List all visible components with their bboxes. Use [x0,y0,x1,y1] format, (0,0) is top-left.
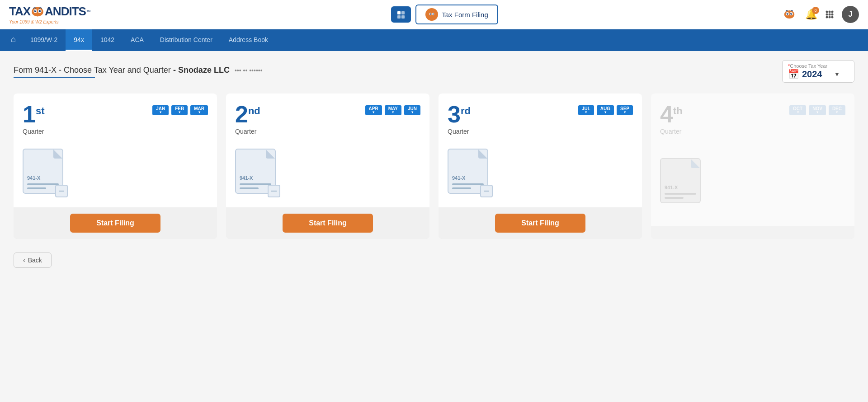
q3-form-lines [452,183,484,189]
q3-footer: Start Filing [439,207,642,239]
q3-form-label: 941-X [452,175,484,181]
svg-point-30 [829,14,831,16]
q4-form-lines [665,193,696,199]
q2-card-body: 941-X [235,140,276,198]
nav-item-1099-w2[interactable]: 1099/W-2 [22,29,66,51]
owl-icon-button[interactable] [781,6,798,23]
company-name: - Snodaze LLC [173,65,230,75]
notification-button[interactable]: 🔔 0 [805,9,817,20]
svg-point-6 [40,10,41,11]
q1-label: Quarter [23,128,44,135]
trademark: ™ [86,9,91,14]
quarter-header-q3: 3rd Quarter JUL AUG SEP [448,103,633,135]
nav-item-1042[interactable]: 1042 [92,29,123,51]
q3-month-jul: JUL [578,105,594,115]
switch-product-button[interactable] [391,6,411,23]
tax-year-number: 2024 [802,69,822,79]
svg-point-29 [826,14,828,16]
q2-line1 [240,183,271,185]
quarter-number-q1: 1st Quarter [23,103,44,135]
page-title-section: Form 941-X - Choose Tax Year and Quarter… [14,65,263,78]
quarter-header-q4: 4th Quarter OCT NOV DEC [660,103,845,135]
q2-footer: Start Filing [226,207,429,239]
q3-form-icon: 941-X [448,149,488,194]
tax-form-owl-icon [425,8,438,21]
quarter-header-q2: 2nd Quarter APR MAY JUN [235,103,420,135]
q1-line2 [27,187,46,189]
q3-month-aug: AUG [597,105,614,115]
q4-months: OCT NOV DEC [789,105,845,115]
quarter-number-q2: 2nd Quarter [235,103,260,135]
q3-label: Quarter [448,128,471,135]
quarter-card-q1: 1st Quarter JAN FEB MAR 941-X [14,93,217,239]
logo-tagline: Your 1099 & W2 Experts [9,19,59,24]
calendar-icon: 📅 [788,69,799,79]
q3-months: JUL AUG SEP [578,105,633,115]
q2-start-filing-button[interactable]: Start Filing [283,214,373,233]
owl-header-icon [783,8,796,21]
q1-month-feb: FEB [171,105,188,115]
quarter-card-inner-q4: 4th Quarter OCT NOV DEC 941-X [651,93,854,226]
q3-line1 [452,183,484,185]
header: TAX ANDITS ™ Your 1099 & W2 Experts [0,0,868,29]
quarter-card-q2: 2nd Quarter APR MAY JUN 941-X [226,93,429,239]
q1-footer: Start Filing [14,207,217,239]
logo-text: TAX [9,5,30,19]
q3-line2 [452,187,471,189]
notification-badge: 0 [812,7,819,14]
nav-item-aca[interactable]: ACA [123,29,152,51]
required-asterisk: * [788,63,790,69]
quarter-card-q3: 3rd Quarter JUL AUG SEP 941-X [439,93,642,239]
svg-point-28 [831,11,834,13]
quarter-card-q4: 4th Quarter OCT NOV DEC 941-X [651,93,854,239]
svg-rect-8 [397,11,401,14]
logo-area: TAX ANDITS ™ Your 1099 & W2 Experts [9,5,108,24]
quarter-card-inner-q2: 2nd Quarter APR MAY JUN 941-X [226,93,429,207]
tax-form-filing-button[interactable]: Tax Form Filing [415,5,498,24]
logo-text2: ANDITS [45,5,86,19]
svg-point-3 [34,10,37,12]
quarter-card-inner-q3: 3rd Quarter JUL AUG SEP 941-X [439,93,642,207]
nav-item-address-book[interactable]: Address Book [221,29,276,51]
q2-month-apr: APR [365,105,382,115]
user-avatar[interactable]: J [842,6,859,23]
svg-point-5 [35,10,36,11]
q1-month-jan: JAN [152,105,169,115]
q1-form-lines [27,183,59,189]
svg-point-18 [784,10,794,19]
svg-point-33 [829,16,831,19]
q4-month-nov: NOV [809,105,826,115]
nav-home-button[interactable]: ⌂ [5,29,22,51]
q1-form-doc: 941-X [23,149,63,194]
quarter-card-inner-q1: 1st Quarter JAN FEB MAR 941-X [14,93,217,207]
svg-rect-10 [397,15,401,19]
svg-point-23 [788,13,788,14]
q1-form-icon: 941-X [23,149,63,194]
nav-item-distribution-center[interactable]: Distribution Center [152,29,221,51]
tax-form-filing-label: Tax Form Filing [442,11,488,19]
back-button[interactable]: ‹ Back [14,252,52,268]
q2-month-jun: JUN [404,105,420,115]
q4-label: Quarter [660,128,683,135]
svg-point-24 [791,13,792,14]
q4-card-body: 941-X [660,140,701,217]
form-title-text: Form 941-X - Choose Tax Year and Quarter [14,65,171,75]
svg-point-15 [430,14,431,15]
nav-item-94x[interactable]: 94x [66,29,92,51]
quarter-header-q1: 1st Quarter JAN FEB MAR [23,103,208,135]
grid-menu-button[interactable] [825,9,835,19]
q2-month-may: MAY [385,105,401,115]
quarter-number-q4: 4th Quarter [660,103,683,135]
dropdown-arrow-icon: ▼ [834,70,840,78]
back-label: Back [28,257,42,264]
header-center: Tax Form Filing [108,5,781,24]
q1-start-filing-button[interactable]: Start Filing [70,214,160,233]
tax-year-selector[interactable]: *Choose Tax Year 📅 2024 ▼ [782,60,854,83]
q3-start-filing-button[interactable]: Start Filing [495,214,585,233]
q4-month-dec: DEC [829,105,845,115]
q3-number: 3rd [448,101,471,127]
svg-point-31 [831,14,834,16]
q4-form-doc: 941-X [660,158,701,203]
q2-form-icon: 941-X [235,149,276,194]
svg-point-34 [831,16,834,19]
